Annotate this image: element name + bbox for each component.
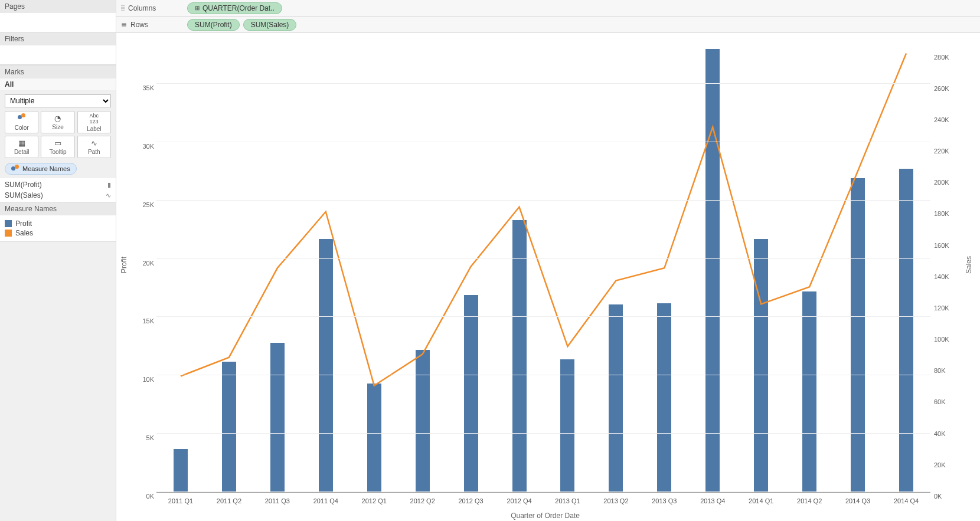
y-left-tick: 20K: [142, 260, 154, 267]
size-icon: ◔: [54, 114, 61, 123]
line-icon: ∿: [106, 192, 111, 199]
marks-header: Marks: [0, 65, 116, 78]
chart-container: Profit 0K5K10K15K20K25K30K35K 0K20K40K60…: [116, 33, 980, 495]
pages-panel: Pages: [0, 0, 116, 32]
y-right-tick: 140K: [934, 273, 949, 280]
mark-buttons-grid: Color ◔ Size Abc123 Label ▦ Detail ▭ Too…: [0, 111, 116, 163]
pages-header: Pages: [0, 0, 116, 13]
y-left-tick: 35K: [142, 84, 154, 91]
y-right-tick: 60K: [934, 398, 946, 405]
marks-path-button[interactable]: ∿ Path: [77, 136, 111, 158]
filters-panel: Filters: [0, 32, 116, 65]
y-right-tick: 280K: [934, 54, 949, 61]
shelf-pill[interactable]: SUM(Profit): [187, 19, 240, 31]
filters-body[interactable]: [0, 45, 116, 64]
x-tick: 2011 Q2: [217, 497, 241, 504]
sales-line[interactable]: [181, 54, 906, 386]
y-left-tick: 30K: [142, 143, 154, 150]
x-tick: 2011 Q4: [313, 497, 338, 504]
marks-tooltip-button[interactable]: ▭ Tooltip: [41, 136, 74, 158]
x-tick: 2012 Q2: [410, 497, 435, 504]
y-right-tick: 180K: [934, 210, 949, 217]
legend-swatch-sales: [5, 230, 12, 237]
expand-icon: ⊞: [195, 5, 200, 11]
x-tick: 2012 Q1: [362, 497, 387, 504]
y-right-tick: 120K: [934, 304, 949, 312]
legend-item-sales[interactable]: Sales: [5, 228, 111, 238]
y-left-axis-title: Profit: [119, 257, 129, 273]
marks-all-label[interactable]: All: [0, 78, 116, 91]
y-right-tick: 220K: [934, 148, 949, 155]
label-icon: Abc123: [90, 113, 99, 124]
x-tick: 2011 Q3: [265, 497, 290, 504]
legend-header: Measure Names: [0, 202, 116, 215]
x-tick: 2014 Q1: [749, 497, 773, 504]
bar-icon: ▮: [107, 181, 111, 189]
detail-icon: ▦: [18, 139, 25, 148]
columns-icon: ⦙⦙⦙: [121, 4, 125, 12]
main-area: ⦙⦙⦙ Columns ⊞QUARTER(Order Dat.. ≣ Rows …: [116, 0, 980, 521]
y-left-axis: 0K5K10K15K20K25K30K35K: [129, 38, 156, 493]
legend-swatch-profit: [5, 220, 12, 227]
chart-plot-area[interactable]: [156, 38, 930, 493]
x-tick: 2012 Q3: [458, 497, 483, 504]
x-tick: 2011 Q1: [168, 497, 193, 504]
marks-panel: Marks All Multiple Color ◔ Size Abc123 L…: [0, 65, 116, 202]
y-right-axis: 0K20K40K60K80K100K120K140K160K180K200K22…: [930, 38, 963, 493]
x-tick: 2013 Q2: [603, 497, 628, 504]
shelf-pill[interactable]: SUM(Sales): [243, 19, 297, 31]
y-right-tick: 200K: [934, 179, 949, 186]
marks-color-button[interactable]: Color: [5, 111, 38, 133]
y-left-tick: 15K: [142, 317, 154, 325]
palette-icon: [11, 165, 19, 173]
x-tick: 2014 Q3: [845, 497, 870, 504]
x-tick: 2012 Q4: [507, 497, 531, 504]
x-axis-title: Quarter of Order Date: [511, 512, 580, 520]
y-left-tick: 25K: [142, 201, 154, 208]
y-left-tick: 5K: [146, 434, 154, 441]
x-tick: 2013 Q1: [555, 497, 580, 504]
legend-item-profit[interactable]: Profit: [5, 219, 111, 228]
shelf-pill[interactable]: ⊞QUARTER(Order Dat..: [187, 2, 282, 14]
x-tick: 2013 Q3: [652, 497, 677, 504]
x-axis: Quarter of Order Date 2011 Q12011 Q22011…: [146, 495, 945, 521]
rows-shelf[interactable]: ≣ Rows SUM(Profit)SUM(Sales): [116, 17, 980, 33]
measure-sales-row[interactable]: SUM(Sales) ∿: [0, 190, 116, 201]
pages-body[interactable]: [0, 13, 116, 32]
x-tick: 2014 Q4: [894, 497, 919, 504]
measure-names-pill[interactable]: Measure Names: [5, 163, 77, 175]
y-right-axis-title: Sales: [963, 256, 974, 274]
marks-size-button[interactable]: ◔ Size: [41, 111, 74, 133]
legend-panel: Measure Names Profit Sales: [0, 202, 116, 242]
y-right-tick: 40K: [934, 430, 946, 437]
measure-list: SUM(Profit) ▮ SUM(Sales) ∿: [0, 178, 116, 202]
x-tick: 2014 Q2: [797, 497, 822, 504]
marks-label-button[interactable]: Abc123 Label: [77, 111, 111, 133]
mark-type-select[interactable]: Multiple: [5, 94, 111, 107]
rows-icon: ≣: [121, 21, 127, 29]
y-right-tick: 100K: [934, 336, 949, 343]
filters-header: Filters: [0, 32, 116, 45]
columns-shelf[interactable]: ⦙⦙⦙ Columns ⊞QUARTER(Order Dat..: [116, 0, 980, 17]
measure-profit-row[interactable]: SUM(Profit) ▮: [0, 179, 116, 190]
y-right-tick: 20K: [934, 461, 946, 468]
y-right-tick: 260K: [934, 85, 949, 92]
y-right-tick: 160K: [934, 242, 949, 249]
y-right-tick: 80K: [934, 367, 946, 374]
path-icon: ∿: [91, 139, 97, 148]
x-tick: 2013 Q4: [700, 497, 725, 504]
y-left-tick: 10K: [142, 376, 154, 383]
marks-detail-button[interactable]: ▦ Detail: [5, 136, 38, 158]
sidebar: Pages Filters Marks All Multiple Color ◔…: [0, 0, 116, 521]
tooltip-icon: ▭: [54, 139, 61, 148]
palette-icon: [18, 113, 26, 123]
y-right-tick: 240K: [934, 116, 949, 123]
